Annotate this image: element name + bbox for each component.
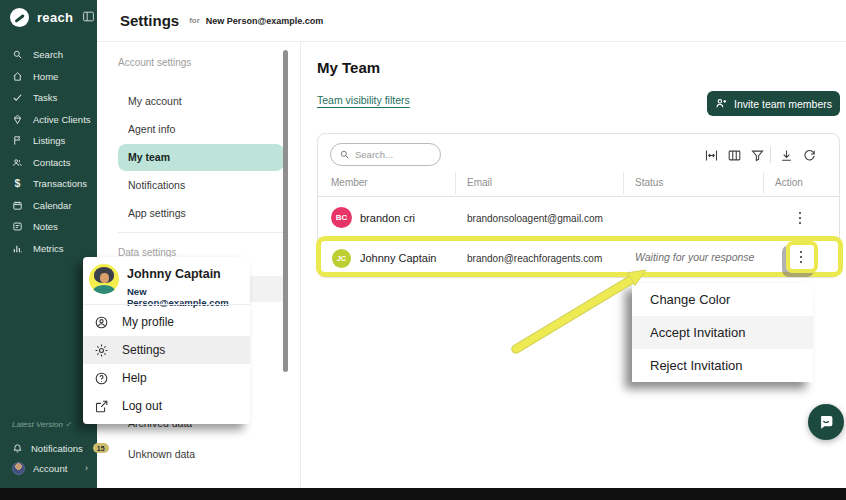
menu-item-my-profile[interactable]: My profile <box>83 308 250 336</box>
settings-nav-scrollbar[interactable] <box>283 50 288 372</box>
column-header-email[interactable]: Email <box>467 177 492 188</box>
menu-item-change-color[interactable]: Change Color <box>632 283 813 316</box>
account-avatar <box>12 462 25 475</box>
sidebar-item-label: Contacts <box>33 157 71 168</box>
column-separator <box>763 172 764 194</box>
search-icon <box>12 49 23 60</box>
menu-item-settings[interactable]: Settings <box>83 336 250 364</box>
sidebar-item-label: Home <box>33 71 58 82</box>
settings-nav-notifications[interactable]: Notifications <box>128 179 185 191</box>
account-settings-section-title: Account settings <box>118 57 191 68</box>
settings-nav-my-account[interactable]: My account <box>128 95 182 107</box>
profile-avatar <box>89 264 119 294</box>
table-row-border <box>318 237 839 238</box>
toolbar-divider <box>770 147 771 163</box>
person-icon <box>94 315 109 330</box>
column-header-member[interactable]: Member <box>331 177 368 188</box>
brand-logo: reach <box>10 8 73 27</box>
sidebar-item-home[interactable]: Home <box>0 66 97 88</box>
invite-user-icon <box>715 97 728 110</box>
menu-item-label: Log out <box>122 399 162 413</box>
search-input[interactable] <box>355 149 433 160</box>
settings-nav-divider <box>300 42 301 488</box>
settings-nav-my-team-label: My team <box>118 144 284 163</box>
settings-nav-app-settings[interactable]: App settings <box>128 207 186 219</box>
member-avatar: JC <box>332 249 351 268</box>
menu-item-label: Help <box>122 371 147 385</box>
menu-item-log-out[interactable]: Log out <box>83 392 250 420</box>
check-icon <box>12 92 23 103</box>
sidebar-item-contacts[interactable]: Contacts <box>0 152 97 174</box>
menu-item-label: My profile <box>122 315 174 329</box>
settings-nav-section-divider <box>118 232 284 233</box>
download-icon[interactable] <box>778 147 794 163</box>
row-actions-kebab-icon[interactable] <box>790 206 810 230</box>
settings-nav-my-team-active[interactable]: My team <box>118 144 284 171</box>
sidebar-item-notifications[interactable]: Notifications 15 <box>0 438 97 458</box>
sidebar-item-metrics[interactable]: Metrics <box>0 238 97 260</box>
account-label: Account <box>33 463 67 474</box>
menu-item-help[interactable]: Help <box>83 364 250 392</box>
sidebar-item-label: Listings <box>33 135 65 146</box>
sidebar-item-notes[interactable]: Notes <box>0 216 97 238</box>
row-actions-kebab-icon[interactable] <box>791 245 811 269</box>
sidebar-collapse-icon[interactable] <box>82 10 95 23</box>
sidebar-item-account[interactable]: Account › <box>0 458 97 478</box>
calendar-icon <box>12 200 23 211</box>
notifications-badge: 15 <box>93 443 109 453</box>
sidebar-item-active-clients[interactable]: Active Clients <box>0 109 97 131</box>
column-separator <box>623 172 624 194</box>
column-header-action: Action <box>775 177 803 188</box>
column-separator <box>455 172 456 194</box>
window-bottom-edge <box>0 488 846 500</box>
chat-widget-button[interactable] <box>808 404 844 440</box>
dollar-icon: $ <box>12 178 23 189</box>
menu-item-label: Settings <box>122 343 165 357</box>
gem-icon <box>12 114 23 125</box>
settings-nav-unknown-data[interactable]: Unknown data <box>128 448 195 460</box>
sidebar-item-label: Transactions <box>33 178 87 189</box>
brand-name: reach <box>37 10 73 25</box>
chevron-right-icon: › <box>85 463 88 473</box>
table-search <box>330 143 441 166</box>
sidebar-item-tasks[interactable]: Tasks <box>0 87 97 109</box>
sidebar-item-calendar[interactable]: Calendar <box>0 195 97 217</box>
member-name: Johnny Captain <box>360 252 436 264</box>
sidebar-item-search[interactable]: Search <box>0 44 97 66</box>
page-title-for: for <box>189 16 200 25</box>
gear-icon <box>94 343 109 358</box>
sidebar-item-transactions[interactable]: $ Transactions <box>0 173 97 195</box>
refresh-icon[interactable] <box>801 147 817 163</box>
profile-dropdown: Johnny Captain New Person@example.com My… <box>83 257 250 424</box>
profile-name: Johnny Captain <box>127 267 221 281</box>
member-avatar: BC <box>331 207 352 228</box>
row-context-menu: Change Color Accept Invitation Reject In… <box>632 283 813 382</box>
member-email: brandonsoloagent@gmail.com <box>467 213 603 224</box>
column-header-status[interactable]: Status <box>635 177 663 188</box>
settings-nav-agent-info[interactable]: Agent info <box>128 123 175 135</box>
sidebar-item-listings[interactable]: Listings <box>0 130 97 152</box>
columns-icon[interactable] <box>726 147 742 163</box>
note-icon <box>12 221 23 232</box>
bell-icon <box>12 443 23 454</box>
invite-button-label: Invite team members <box>734 98 832 110</box>
member-email: brandon@reachforagents.com <box>467 253 602 264</box>
my-team-title: My Team <box>317 59 380 76</box>
filter-icon[interactable] <box>749 147 765 163</box>
invite-team-members-button[interactable]: Invite team members <box>707 91 840 116</box>
flag-icon <box>12 135 23 146</box>
member-name: brandon cri <box>360 212 415 224</box>
logout-icon <box>94 399 109 414</box>
page-title-email: New Person@example.com <box>206 16 323 26</box>
table-header-border <box>318 196 839 197</box>
fit-columns-icon[interactable] <box>703 147 719 163</box>
notifications-label: Notifications <box>31 443 83 454</box>
sidebar-nav: Search Home Tasks Active Clients Listing… <box>0 44 97 259</box>
menu-item-accept-invitation[interactable]: Accept Invitation <box>632 316 813 349</box>
page-title: Settings <box>120 12 179 29</box>
sidebar-item-label: Metrics <box>33 243 64 254</box>
menu-item-reject-invitation[interactable]: Reject Invitation <box>632 349 813 382</box>
sidebar-item-label: Calendar <box>33 200 72 211</box>
team-visibility-filters-link[interactable]: Team visibility filters <box>317 94 410 106</box>
sidebar-item-label: Search <box>33 49 63 60</box>
